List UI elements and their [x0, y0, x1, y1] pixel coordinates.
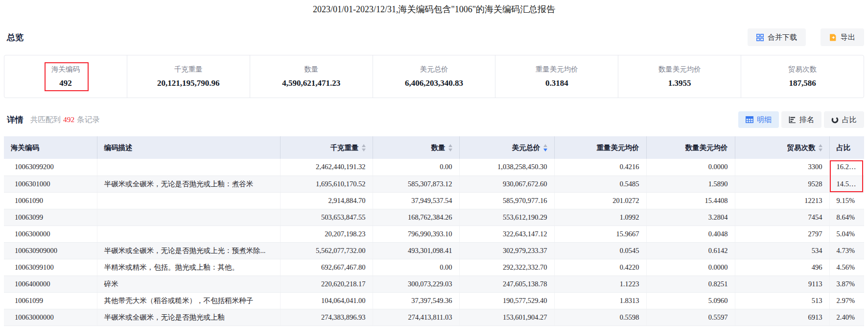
- cell-qty-avg: 0.8251: [646, 276, 735, 292]
- cell-pct: 4.56%: [829, 259, 864, 276]
- cell-qty-avg: 15.4408: [646, 192, 735, 209]
- details-heading: 详情: [7, 114, 23, 126]
- summary-card-label: 数量美元均价: [658, 65, 701, 74]
- col-label: 贸易次数: [787, 143, 816, 152]
- col-header-proportion: 占比: [829, 136, 864, 159]
- col-label: 数量: [431, 143, 446, 152]
- cell-code: 10063000000: [4, 309, 97, 326]
- cell-kg: 503,653,847.55: [280, 209, 373, 226]
- match-prefix: 共匹配到: [30, 115, 61, 124]
- cell-trades: 12213: [735, 192, 829, 209]
- cell-kg-avg: 1.8313: [554, 292, 646, 309]
- cell-qty: 0.00: [373, 159, 459, 176]
- tab-ranking-label: 排名: [799, 115, 814, 125]
- overview-heading: 总览: [7, 32, 23, 43]
- cell-kg: 1,695,610,170.52: [280, 176, 373, 192]
- pie-icon: [831, 116, 839, 124]
- cell-qty-avg: 0.4048: [646, 226, 735, 242]
- col-header-trade-count[interactable]: 贸易次数: [735, 136, 829, 159]
- table-row: 10061090 2,914,884.70 37,949,537.54 585,…: [4, 192, 864, 209]
- cell-kg: 220,620,218.17: [280, 276, 373, 292]
- cell-pct: 16.21%: [829, 159, 864, 176]
- col-header-kg-weight[interactable]: 千克重量: [280, 136, 373, 159]
- col-label: 重量美元均价: [597, 143, 639, 152]
- cell-desc: 碎米: [97, 276, 280, 292]
- cell-code: 10061090: [4, 192, 97, 209]
- cell-usd: 930,067,672.60: [459, 176, 554, 192]
- cell-kg-avg: 201.0272: [554, 192, 646, 209]
- summary-card-value: 20,121,195,790.96: [157, 78, 220, 88]
- cell-usd: 247,605,138.78: [459, 276, 554, 292]
- cell-code: 1006300000: [4, 226, 97, 242]
- cell-code: 1006301000: [4, 176, 97, 192]
- cell-usd: 153,601,904.27: [459, 309, 554, 326]
- table-row: 10063000000 半碾米或全碾米，无论是否抛光或上釉 274,383,89…: [4, 309, 864, 326]
- page-title: 2023/01/01-2023/12/31,海关编码包含"1006"的海关编码汇…: [0, 3, 868, 15]
- cell-kg: 104,064,041.00: [280, 292, 373, 309]
- col-label: 美元总价: [512, 143, 540, 152]
- cell-desc: 其他带壳大米（稻谷或糙米），不包括稻米种子: [97, 292, 280, 309]
- cell-trades: 496: [735, 259, 829, 276]
- col-header-usd-total[interactable]: 美元总价: [459, 136, 554, 159]
- table-row: 1006301000 半碾米或全碾米，无论是否抛光或上釉：煮谷米 1,695,6…: [4, 176, 864, 192]
- cell-qty: 796,990,393.10: [373, 226, 459, 242]
- cell-desc: 半碾米或全碾米，无论是否抛光或上光：预煮米除...: [97, 242, 280, 259]
- cell-kg-avg: 15.9667: [554, 226, 646, 242]
- cell-pct: 8.64%: [829, 209, 864, 226]
- sort-icon: [819, 144, 822, 151]
- cell-pct: 5.04%: [829, 226, 864, 242]
- cell-trades: 513: [735, 292, 829, 309]
- cell-usd: 302,979,233.37: [459, 242, 554, 259]
- details-toolbar: 详情 共匹配到492条记录 明细 排名: [7, 111, 864, 128]
- merge-download-button[interactable]: 合并下载: [748, 28, 806, 46]
- cell-qty-avg: 0.0000: [646, 159, 735, 176]
- col-label: 千克重量: [330, 143, 359, 152]
- cell-kg-avg: 0.4220: [554, 259, 646, 276]
- summary-card-trade-count: 贸易次数 187,586: [741, 55, 864, 98]
- cell-trades: 9528: [735, 176, 829, 192]
- cell-trades: 6913: [735, 309, 829, 326]
- cell-kg: 692,667,467.80: [280, 259, 373, 276]
- cell-code: 10061099: [4, 292, 97, 309]
- overview-toolbar: 总览 合并下载 导出: [7, 27, 864, 47]
- cell-kg-avg: 1.1223: [554, 276, 646, 292]
- cell-kg: 20,207,198.23: [280, 226, 373, 242]
- table-header-row: 海关编码 编码描述 千克重量 数量 美元总价 重量美元均价 数量美元均价 贸易次…: [4, 136, 864, 159]
- match-count: 492: [61, 115, 77, 124]
- tab-proportion[interactable]: 占比: [824, 111, 864, 128]
- cell-kg-avg: 0.4216: [554, 159, 646, 176]
- col-header-weight-usd-avg: 重量美元均价: [554, 136, 646, 159]
- tab-ranking[interactable]: 排名: [781, 111, 821, 128]
- match-suffix: 条记录: [77, 115, 100, 124]
- col-label: 数量美元均价: [685, 143, 728, 152]
- col-header-qty-usd-avg: 数量美元均价: [646, 136, 735, 159]
- summary-card-usd-total: 美元总价 6,406,203,340.83: [373, 55, 495, 98]
- cell-trades: 2797: [735, 226, 829, 242]
- tab-detail[interactable]: 明细: [738, 111, 779, 128]
- table-row: 1006300000 20,207,198.23 796,990,393.10 …: [4, 226, 864, 242]
- cell-usd: 292,322,332.70: [459, 259, 554, 276]
- table-row: 10063099200 2,462,440,191.32 0.00 1,038,…: [4, 159, 864, 176]
- summary-card-label: 贸易次数: [788, 65, 817, 74]
- col-label: 占比: [837, 143, 851, 152]
- ranking-icon: [789, 116, 796, 123]
- cell-qty: 585,307,873.12: [373, 176, 459, 192]
- cell-usd: 322,643,147.12: [459, 226, 554, 242]
- cell-code: 1006400000: [4, 276, 97, 292]
- summary-card-value: 187,586: [789, 78, 816, 88]
- cell-usd: 190,577,529.40: [459, 292, 554, 309]
- merge-download-icon: [756, 34, 764, 41]
- cell-qty: 168,762,384.26: [373, 209, 459, 226]
- tab-detail-label: 明细: [757, 115, 772, 125]
- col-header-quantity[interactable]: 数量: [373, 136, 459, 159]
- summary-card-customs-code: 海关编码 492: [4, 55, 127, 98]
- overview-summary-bar: 海关编码 492 千克重量 20,121,195,790.96 数量 4,590…: [4, 55, 864, 98]
- col-label: 编码描述: [104, 143, 133, 152]
- cell-qty: 300,073,229.03: [373, 276, 459, 292]
- cell-kg: 5,562,077,732.00: [280, 242, 373, 259]
- col-header-customs-code: 海关编码: [4, 136, 97, 159]
- cell-code: 100630909000: [4, 242, 97, 259]
- summary-card-label: 数量: [304, 65, 318, 74]
- summary-card-weight-usd-avg: 重量美元均价 0.3184: [495, 55, 618, 98]
- export-button[interactable]: 导出: [821, 28, 864, 46]
